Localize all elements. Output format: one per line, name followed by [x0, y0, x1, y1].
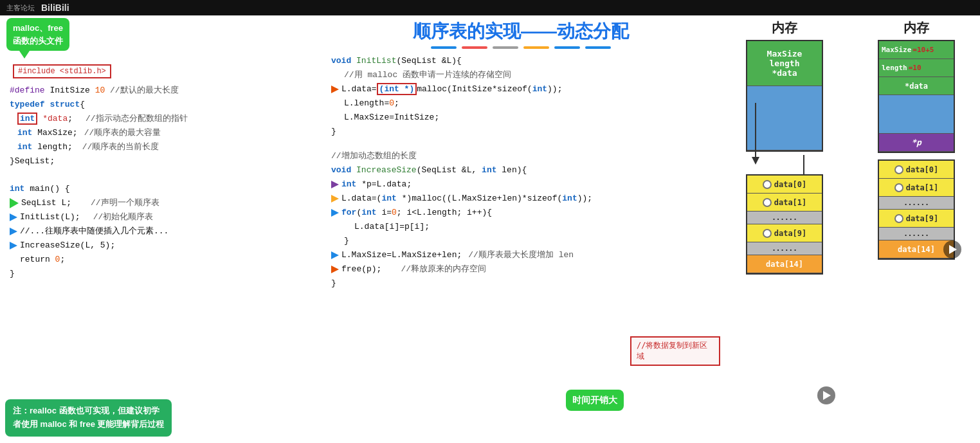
mem-p-2: *p	[879, 134, 954, 152]
mem-maxsize-2: MaxSize=10+5	[879, 41, 954, 59]
increase-code: //增加动态数组的长度 void IncreaseSize(SeqList &L…	[331, 149, 711, 291]
copy-data-bubble: //将数据复制到新区域	[630, 336, 720, 366]
page-title: 顺序表的实现——动态分配	[331, 19, 711, 44]
data-cells-1: data[0] data[1] ...... data[9] ...... da…	[746, 174, 823, 275]
right-panels: 内存 MaxSizelength*data data[0] data[1]	[720, 0, 980, 443]
struct-cells-1: MaxSizelength*data	[746, 40, 823, 152]
color-seg-3	[493, 46, 518, 49]
main-code: int main() { SeqList L; //声明一个顺序表 InitLi…	[10, 182, 312, 282]
color-seg-4	[523, 46, 549, 49]
color-seg-5	[554, 46, 580, 49]
malloc-bubble: malloc、free函数的头文件	[6, 18, 69, 59]
realloc-bubble: 注：realloc 函数也可实现，但建议初学者使用 malloc 和 free …	[5, 399, 172, 437]
mem-data14-1: data[14]	[747, 255, 822, 273]
data-cells-2: data[0] data[1] ...... data[9] ...... da…	[878, 159, 955, 260]
bilibili-logo: BiliBili	[41, 3, 69, 13]
play-button-2[interactable]	[943, 240, 961, 258]
memory-title-1: 内存	[772, 19, 797, 37]
mem-length-2: length=10	[879, 59, 954, 77]
init-code: void InitList(SeqList &L){ //用 malloc 函数…	[331, 54, 711, 140]
mem-data1-2: data[1]	[879, 179, 954, 197]
mem-dots-1: ......	[747, 212, 822, 224]
color-seg-6	[585, 46, 611, 49]
top-header: 主客论坛 BiliBili	[0, 0, 980, 15]
memory-panel-2: 内存 MaxSize=10+5 length=10 *data *p	[858, 19, 974, 440]
play-button-1[interactable]	[817, 386, 835, 404]
site-name: 主客论坛	[6, 3, 35, 13]
mem-blue-1	[747, 86, 822, 150]
include-box: #include <stdlib.h>	[13, 64, 312, 78]
mem-dots2-1: ......	[747, 242, 822, 255]
mem-dots-2: ......	[879, 197, 954, 210]
struct-cells-2: MaxSize=10+5 length=10 *data *p	[878, 40, 955, 153]
mem-maxsize-1: MaxSizelength*data	[747, 41, 822, 86]
mem-pdata-2: *data	[879, 77, 954, 95]
color-seg-1	[431, 46, 457, 49]
struct-code: #define InitSize 10 //默认的最大长度 typedef st…	[10, 84, 312, 169]
mem-data0-1: data[0]	[747, 176, 822, 194]
time-cost-bubble: 时间开销大	[566, 390, 624, 411]
left-panel: malloc、free函数的头文件 #include <stdlib.h> #d…	[0, 0, 322, 443]
mem-dots2-2: ......	[879, 228, 954, 240]
mem-data14-2: data[14]	[879, 240, 954, 258]
memory-panel-1: 内存 MaxSizelength*data data[0] data[1]	[727, 19, 842, 440]
mem-data9-1: data[9]	[747, 224, 822, 242]
mem-data0-2: data[0]	[879, 161, 954, 179]
mem-gap-1	[765, 155, 804, 174]
middle-panel: 顺序表的实现——动态分配 void InitList(SeqList &L){ …	[322, 0, 720, 443]
color-bar	[331, 46, 711, 49]
main-container: 主客论坛 BiliBili malloc、free函数的头文件 #include…	[0, 0, 980, 443]
color-seg-2	[462, 46, 487, 49]
mem-data1-1: data[1]	[747, 194, 822, 212]
memory-title-2: 内存	[903, 19, 929, 37]
mem-data9-2: data[9]	[879, 210, 954, 228]
mem-blue-2	[879, 95, 954, 134]
